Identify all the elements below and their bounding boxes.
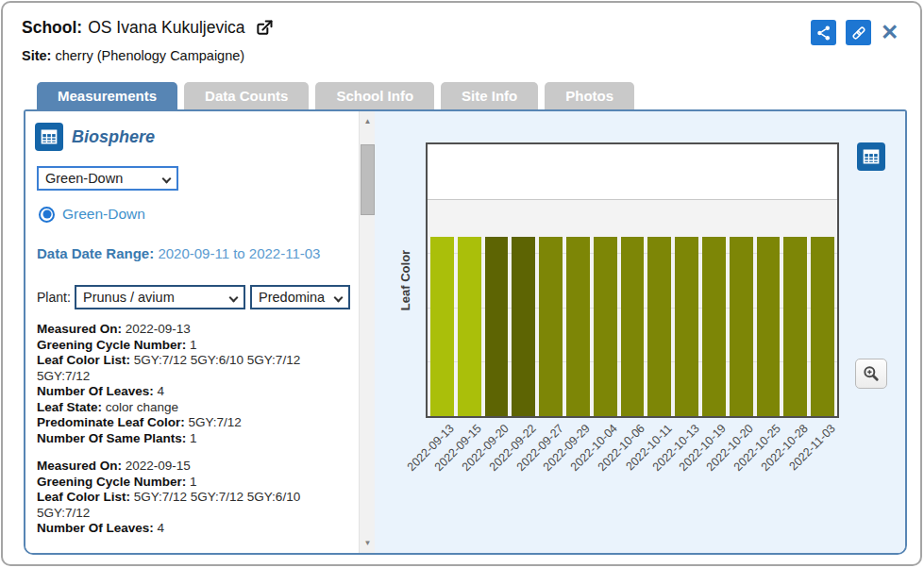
header-actions: ✕ bbox=[811, 20, 899, 45]
y-axis-label: Leaf Color bbox=[398, 250, 412, 310]
predominate-select-value: Predomina bbox=[259, 290, 325, 305]
measurement-record: Measured On: 2022-09-15Greening Cycle Nu… bbox=[37, 459, 352, 537]
chart-bar bbox=[757, 237, 781, 416]
chart-bar bbox=[512, 237, 535, 416]
tab-data-counts[interactable]: Data Counts bbox=[184, 82, 309, 109]
record-field: Number Of Same Plants: 1 bbox=[37, 431, 352, 447]
chart-bar bbox=[539, 237, 563, 416]
plant-select[interactable]: Prunus / avium bbox=[75, 285, 245, 309]
section-title: Biosphere bbox=[72, 127, 155, 147]
record-field: Measured On: 2022-09-15 bbox=[37, 459, 352, 475]
chart-bar bbox=[430, 237, 454, 416]
chevron-down-icon bbox=[162, 175, 172, 184]
measurements-panel: Biosphere Green-Down Green-Down Data Dat… bbox=[24, 109, 907, 555]
record-field: Leaf Color List: 5GY:7/12 5GY:7/12 5GY:6… bbox=[37, 490, 352, 521]
table-icon bbox=[862, 147, 881, 166]
date-range-label: Data Date Range: bbox=[37, 245, 154, 261]
tab-photos[interactable]: Photos bbox=[545, 82, 634, 109]
site-name: cherry (Phenology Campaigne) bbox=[55, 48, 244, 63]
measure-select[interactable]: Green-Down bbox=[37, 166, 178, 191]
tab-site-info[interactable]: Site Info bbox=[441, 82, 538, 109]
sidebar-scrollbar[interactable]: ▲ ▼ bbox=[359, 111, 375, 553]
chevron-down-icon bbox=[229, 293, 239, 303]
site-label: Site: bbox=[22, 48, 51, 63]
open-external-icon[interactable] bbox=[255, 19, 274, 38]
permalink-button[interactable] bbox=[846, 20, 871, 45]
chart-bar bbox=[458, 237, 481, 416]
measurement-records: Measured On: 2022-09-13Greening Cycle Nu… bbox=[37, 322, 352, 549]
record-field: Predominate Leaf Color: 5GY:7/12 bbox=[37, 415, 352, 431]
date-range-value: 2020-09-11 to 2022-11-03 bbox=[158, 245, 320, 261]
school-name: OS Ivana Kukuljevica bbox=[88, 18, 244, 38]
chart-bars bbox=[428, 144, 837, 416]
chart-table-button[interactable] bbox=[857, 142, 885, 171]
scroll-up-icon[interactable]: ▲ bbox=[360, 117, 376, 125]
share-icon bbox=[815, 25, 832, 42]
chart-area: Leaf Color 2022-09-132022-09-152022-09-2… bbox=[375, 111, 905, 553]
x-axis-labels: 2022-09-132022-09-152022-09-202022-09-22… bbox=[426, 422, 839, 516]
chart-bar bbox=[594, 237, 617, 416]
greendown-radio[interactable]: Green-Down bbox=[39, 206, 145, 223]
radio-label: Green-Down bbox=[62, 206, 145, 223]
record-field: Greening Cycle Number: 1 bbox=[37, 338, 352, 354]
plant-label: Plant: bbox=[37, 290, 71, 305]
chart-bar bbox=[566, 237, 590, 416]
record-field: Leaf Color List: 5GY:7/12 5GY:6/10 5GY:7… bbox=[37, 353, 352, 384]
predominate-select[interactable]: Predomina bbox=[250, 285, 350, 309]
share-button[interactable] bbox=[811, 20, 836, 45]
tab-school-info[interactable]: School Info bbox=[315, 82, 434, 109]
record-field: Leaf State: color change bbox=[37, 400, 352, 416]
magnifier-plus-icon bbox=[862, 364, 881, 383]
tab-measurements[interactable]: Measurements bbox=[37, 82, 177, 109]
biosphere-header: Biosphere bbox=[35, 123, 155, 151]
measure-select-value: Green-Down bbox=[45, 171, 123, 186]
data-date-range: Data Date Range: 2020-09-11 to 2022-11-0… bbox=[37, 245, 320, 261]
link-icon bbox=[850, 25, 867, 42]
record-field: Number Of Leaves: 4 bbox=[37, 521, 352, 537]
tab-bar: MeasurementsData CountsSchool InfoSite I… bbox=[37, 82, 634, 109]
chevron-down-icon bbox=[334, 293, 344, 303]
chart-bar bbox=[702, 237, 726, 416]
close-icon[interactable]: ✕ bbox=[881, 20, 899, 45]
chart-bar bbox=[675, 237, 698, 416]
school-label: School: bbox=[22, 18, 82, 38]
radio-icon bbox=[39, 207, 55, 223]
chart-bar bbox=[811, 237, 834, 416]
table-icon bbox=[35, 123, 63, 151]
record-field: Measured On: 2022-09-13 bbox=[37, 322, 352, 338]
scrollbar-thumb[interactable] bbox=[361, 144, 375, 215]
school-title-line: School: OS Ivana Kukuljevica bbox=[22, 18, 274, 38]
chart-bar bbox=[647, 237, 671, 416]
chart-bar bbox=[621, 237, 645, 416]
record-field: Number Of Leaves: 4 bbox=[37, 384, 352, 400]
chart-bar bbox=[485, 237, 509, 416]
record-field: Greening Cycle Number: 1 bbox=[37, 475, 352, 491]
school-site-dialog: School: OS Ivana Kukuljevica Site: cherr… bbox=[1, 1, 922, 566]
scroll-down-icon[interactable]: ▼ bbox=[360, 539, 376, 547]
measurement-record: Measured On: 2022-09-13Greening Cycle Nu… bbox=[37, 322, 352, 446]
site-line: Site: cherry (Phenology Campaigne) bbox=[22, 48, 244, 63]
chart-bar bbox=[783, 237, 807, 416]
plant-select-value: Prunus / avium bbox=[83, 290, 175, 305]
chart-bar bbox=[730, 237, 753, 416]
measurements-sidebar: Biosphere Green-Down Green-Down Data Dat… bbox=[25, 111, 359, 553]
zoom-in-button[interactable] bbox=[855, 359, 887, 389]
leaf-color-chart bbox=[426, 142, 839, 418]
